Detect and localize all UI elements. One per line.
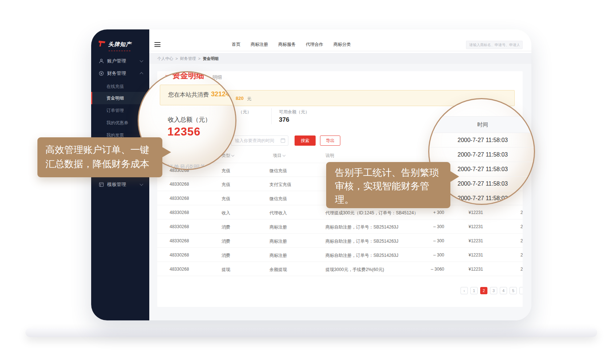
nav-item-trademark-service[interactable]: 商标服务 bbox=[278, 41, 296, 48]
table-header-item[interactable]: 项目 bbox=[273, 153, 285, 159]
magnified-time-value: 2000-7-27 11:58:03 bbox=[429, 133, 535, 147]
sidebar-subitem-label: 在线充值 bbox=[106, 84, 124, 90]
nav-item-trademark-class[interactable]: 商标分类 bbox=[333, 41, 351, 48]
finance-icon bbox=[99, 71, 104, 76]
banner-amount-tail: 820 bbox=[236, 96, 244, 101]
page-button-4[interactable]: 4 bbox=[500, 287, 507, 294]
stat-divider bbox=[271, 108, 272, 124]
page-button-3[interactable]: 3 bbox=[490, 287, 497, 294]
type: 消费 bbox=[222, 224, 230, 230]
page-prev-button[interactable]: ‹ bbox=[461, 287, 468, 294]
type: 收入 bbox=[222, 210, 230, 216]
item: 支付宝充值 bbox=[270, 182, 291, 188]
search-button[interactable]: 搜索 bbox=[295, 136, 316, 146]
stat-mid-label-fragment: （元） bbox=[238, 109, 251, 115]
brand-logo[interactable]: 头牌知产 bbox=[98, 40, 131, 48]
item: 微信充值 bbox=[270, 168, 287, 174]
sidebar-item-label: 财务管理 bbox=[107, 70, 126, 77]
search-input[interactable] bbox=[466, 41, 523, 49]
template-icon bbox=[99, 182, 104, 187]
desc: 代理提成300元（ID:1245，订单号：SB45124） bbox=[325, 210, 418, 216]
page-button-1[interactable]: 1 bbox=[470, 287, 478, 294]
magnified-banner-amount: 32124 bbox=[211, 90, 229, 98]
order-no: 48330268 bbox=[170, 224, 189, 229]
table-header-desc: 说明 bbox=[325, 153, 334, 159]
chevron-down-icon bbox=[140, 59, 143, 62]
nav-item-home[interactable]: 首页 bbox=[232, 41, 240, 48]
page: 头牌知产 账户管理 财务管理 在线充值 资金明细 bbox=[0, 0, 616, 364]
nav-item-agent[interactable]: 代理合作 bbox=[306, 41, 323, 48]
table-row: 48330268 提现 余额提现 提现3000元，手续费2%(60元) – 30… bbox=[157, 262, 523, 276]
sidebar-item-finance[interactable]: 财务管理 bbox=[91, 67, 149, 80]
magnified-time-header: 时间 bbox=[429, 116, 535, 133]
balance: ¥12231 bbox=[447, 238, 483, 243]
amount: + 300 bbox=[412, 210, 444, 215]
table-row: 48330268 消费 商标注册 商标自助注册，订单号：SB2514263J –… bbox=[157, 219, 523, 234]
amount: – 300 bbox=[412, 238, 444, 243]
time: 2000-7-27 11:58:03 bbox=[520, 252, 523, 258]
type: 充值 bbox=[222, 196, 230, 202]
item: 商标注册 bbox=[270, 224, 287, 230]
laptop-base bbox=[25, 328, 597, 337]
page-button-2-active[interactable]: 2 bbox=[480, 287, 487, 294]
menu-icon[interactable] bbox=[154, 42, 161, 47]
order-no: 48330268 bbox=[170, 267, 189, 272]
time: 2000-7-27 11:58:03 bbox=[520, 224, 523, 229]
balance: ¥12231 bbox=[447, 267, 483, 272]
balance: ¥12231 bbox=[447, 224, 483, 229]
type: 提现 bbox=[222, 267, 230, 273]
desc: 提现3000元，手续费2%(60元) bbox=[325, 267, 384, 273]
page-next-button[interactable] bbox=[519, 287, 523, 294]
balance: ¥12231 bbox=[447, 210, 483, 215]
sidebar-subitem-recharge[interactable]: 在线充值 bbox=[91, 80, 149, 93]
magnified-income-label: 收入总额（元） bbox=[168, 116, 211, 124]
sidebar-subitem-label: 我的优惠券 bbox=[106, 120, 128, 126]
type: 充值 bbox=[222, 168, 230, 174]
time: 2000-7-27 11:58:03 bbox=[520, 238, 523, 243]
callout-right: 告别手工统计、告别繁琐 审核，实现智能财务管 理。 bbox=[326, 162, 450, 208]
item: 商标注册 bbox=[270, 252, 287, 259]
user-icon bbox=[99, 58, 104, 64]
table-row: 48330268 消费 商标注册 商标自助注册，订单号：SB2514263J –… bbox=[157, 248, 523, 262]
breadcrumb-item-current: 资金明细 bbox=[203, 56, 219, 61]
nav-item-trademark-register[interactable]: 商标注册 bbox=[251, 41, 268, 48]
breadcrumb-item[interactable]: 个人中心 bbox=[157, 56, 173, 61]
magnified-income-value: 12356 bbox=[167, 125, 200, 138]
sidebar-item-account[interactable]: 账户管理 bbox=[91, 55, 149, 67]
type: 消费 bbox=[222, 238, 230, 244]
chevron-up-icon bbox=[140, 72, 143, 76]
sidebar-item-label: 账户管理 bbox=[107, 58, 126, 64]
item: 微信充值 bbox=[270, 196, 287, 202]
sidebar-item-template[interactable]: 模板管理 bbox=[91, 178, 149, 191]
callout-text-line: 理。 bbox=[335, 193, 450, 206]
time: 2000-7-27 11:58:03 bbox=[520, 210, 523, 215]
breadcrumb-item[interactable]: 财务管理 bbox=[180, 56, 196, 61]
sidebar-subitem-label: 资金明细 bbox=[106, 95, 124, 101]
balance: ¥12231 bbox=[447, 252, 483, 258]
callout-text-line: 高效管理账户订单、一键 bbox=[45, 143, 162, 157]
balance-stat-value: 376 bbox=[279, 116, 289, 124]
order-no: 48330268 bbox=[170, 238, 189, 243]
brand-tagline-decoration bbox=[109, 50, 131, 51]
callout-left: 高效管理账户订单、一键 汇总数据，降低财务成本 bbox=[37, 137, 162, 177]
desc: 商标自助注册，订单号：SB2514263J bbox=[325, 252, 398, 259]
item: 代理收入 bbox=[270, 210, 287, 216]
time-query-input[interactable] bbox=[231, 136, 288, 146]
breadcrumb-separator: > bbox=[198, 56, 200, 61]
balance-stat-label: 可用余额（元） bbox=[279, 109, 309, 115]
breadcrumb: 个人中心 > 财务管理 > 资金明细 bbox=[149, 53, 531, 64]
table-row: 48330268 消费 商标注册 商标自助注册，订单号：SB2514263J –… bbox=[157, 234, 523, 248]
sidebar-subitem-fund-detail[interactable]: 资金明细 bbox=[91, 92, 149, 104]
export-button[interactable]: 导出 bbox=[320, 136, 340, 146]
page-button-5[interactable]: 5 bbox=[510, 287, 517, 294]
item: 余额提现 bbox=[270, 267, 287, 273]
item: 商标注册 bbox=[270, 238, 287, 244]
calendar-icon[interactable] bbox=[281, 138, 285, 143]
amount: – 3060 bbox=[412, 267, 444, 272]
magnified-tab-title: 资金明细 bbox=[172, 71, 204, 81]
type: 消费 bbox=[222, 252, 230, 259]
desc: 商标自助注册，订单号：SB2514263J bbox=[325, 238, 398, 244]
sort-caret-icon bbox=[283, 154, 285, 157]
pagination: ‹ 1 2 3 4 5 bbox=[461, 287, 523, 294]
callout-text-line: 汇总数据，降低财务成本 bbox=[45, 157, 162, 171]
